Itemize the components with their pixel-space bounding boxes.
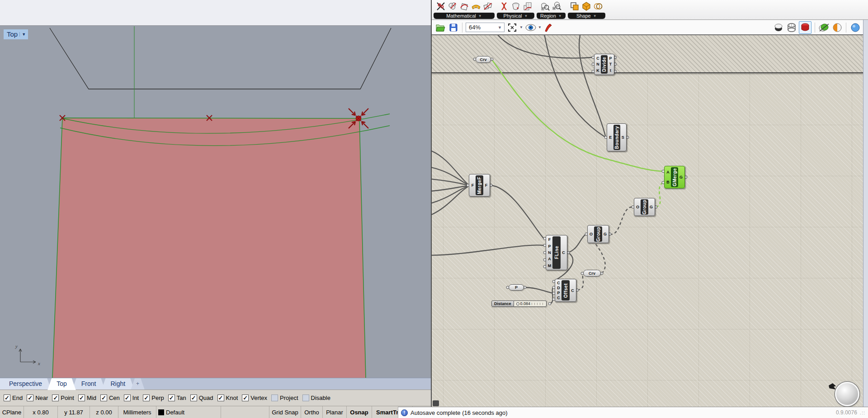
checkbox-checked[interactable]: ✓ — [124, 395, 131, 401]
open-file-icon[interactable] — [434, 22, 446, 33]
port-nubs[interactable] — [467, 56, 687, 305]
gh-param-crv2[interactable]: Crv — [583, 270, 601, 277]
gh-node-gmerge[interactable]: A B GMerge G — [664, 166, 685, 188]
chevron-down-icon[interactable]: ▼ — [538, 25, 542, 29]
group-shape-bar[interactable]: Shape▼ — [568, 13, 605, 19]
slider-knob[interactable] — [516, 302, 519, 305]
preview-off-icon[interactable] — [773, 22, 784, 33]
port-label[interactable]: S — [622, 135, 624, 140]
saddle-surface-icon[interactable] — [470, 0, 481, 12]
group-mathematical-bar[interactable]: Mathematical▼ — [434, 13, 495, 19]
osnap-mid[interactable]: ✓Mid — [78, 395, 96, 401]
node-label[interactable]: Group — [594, 226, 602, 242]
selected-wire-green-dashed[interactable] — [656, 183, 662, 207]
preview-eye-icon[interactable] — [525, 22, 536, 33]
canvas-navigation-ball[interactable] — [835, 382, 859, 406]
checkbox-checked[interactable]: ✓ — [100, 395, 107, 401]
viewport-title-menu[interactable]: Top ▼ — [4, 29, 28, 39]
gh-canvas[interactable]: Crv P Crv C N K Divide P T t E Boundary — [432, 35, 868, 407]
osnap-end[interactable]: ✓End — [4, 395, 23, 401]
status-layer[interactable]: Default — [156, 406, 221, 418]
port-label[interactable]: G — [679, 175, 683, 179]
port-label[interactable]: N — [596, 62, 599, 66]
tab-right[interactable]: Right — [101, 378, 134, 390]
dashed-wires[interactable] — [577, 207, 632, 290]
checkbox-checked[interactable]: ✓ — [217, 395, 224, 401]
gh-node-offset[interactable]: C D P C Offset C — [555, 279, 576, 302]
node-label[interactable]: FLine — [552, 236, 561, 269]
gh-node-group-upper[interactable]: O Group G — [634, 198, 655, 216]
status-units[interactable]: Millimeters — [118, 406, 156, 418]
paint-bucket-icon[interactable] — [510, 0, 521, 12]
gh-node-divide[interactable]: C N K Divide P T t — [594, 54, 614, 75]
overlap-squares-icon[interactable] — [569, 0, 580, 12]
checkbox-checked[interactable]: ✓ — [168, 395, 175, 401]
gh-node-boundary[interactable]: E Boundary S — [607, 123, 627, 151]
node-label[interactable]: Boundary — [613, 125, 620, 150]
plane-curve-icon[interactable] — [458, 0, 470, 12]
save-icon[interactable] — [448, 22, 459, 33]
node-label[interactable]: Divide — [601, 55, 608, 74]
checkbox-checked[interactable]: ✓ — [143, 395, 150, 401]
osnap-perp[interactable]: ✓Perp — [143, 395, 164, 401]
port-label[interactable]: M — [548, 263, 552, 268]
port-label[interactable]: D — [557, 286, 560, 290]
group-region-bar[interactable]: Region▼ — [537, 13, 566, 19]
port-label[interactable]: N — [548, 250, 551, 255]
checkbox-checked[interactable]: ✓ — [190, 395, 197, 401]
ribbon-cross-icon[interactable] — [498, 0, 509, 12]
status-gridsnap[interactable]: Grid Snap — [269, 406, 301, 418]
osnap-project[interactable]: Project — [271, 395, 298, 401]
osnap-disable[interactable]: Disable — [302, 395, 330, 401]
preview-half-icon[interactable] — [831, 22, 843, 33]
port-label[interactable]: T — [609, 62, 612, 66]
checkbox-checked[interactable]: ✓ — [52, 395, 59, 401]
port-label[interactable]: C — [571, 288, 574, 293]
osnap-point[interactable]: ✓Point — [52, 395, 74, 401]
status-ortho[interactable]: Ortho — [301, 406, 323, 418]
resize-grip[interactable]: .:: — [860, 410, 865, 415]
preview-selected-only-icon[interactable] — [818, 22, 830, 33]
group-physical-bar[interactable]: Physical▼ — [497, 13, 534, 19]
zoom-extents-icon[interactable] — [506, 22, 518, 33]
port-label[interactable]: B — [666, 180, 670, 184]
port-label[interactable]: O — [590, 232, 593, 236]
port-label[interactable]: F — [548, 237, 551, 242]
port-label[interactable]: P — [548, 244, 551, 249]
overlap-circles-icon[interactable] — [593, 0, 604, 12]
selected-wire-green[interactable] — [492, 60, 662, 171]
port-label[interactable]: E — [609, 135, 612, 140]
gh-slider-distance[interactable]: Distance 0.084 — [491, 301, 547, 307]
trapezoid-outline-curve[interactable] — [50, 28, 391, 89]
status-planar[interactable]: Planar — [323, 406, 347, 418]
gh-param-p[interactable]: P — [509, 284, 524, 291]
checkbox-checked[interactable]: ✓ — [27, 395, 33, 401]
dark-wires[interactable] — [432, 35, 605, 304]
slider-label[interactable]: Distance — [491, 301, 514, 307]
port-label[interactable]: P — [609, 56, 612, 61]
port-label[interactable]: O — [636, 205, 639, 209]
slider-track[interactable]: 0.084 — [514, 301, 547, 307]
preview-wireframe-icon[interactable] — [786, 22, 797, 33]
tab-add-button[interactable]: + — [131, 378, 145, 390]
node-label[interactable]: GMerge — [671, 167, 678, 187]
checkbox-checked[interactable]: ✓ — [242, 395, 249, 401]
region-magnifier2-icon[interactable] — [551, 0, 562, 12]
selected-surface[interactable] — [52, 118, 366, 378]
preview-shaded-icon-selected[interactable] — [799, 21, 811, 34]
port-label[interactable]: P — [557, 291, 560, 295]
top-viewport[interactable]: y x Top ▼ — [0, 26, 431, 378]
checkbox-unchecked[interactable] — [302, 395, 309, 401]
osnap-quad[interactable]: ✓Quad — [190, 395, 213, 401]
port-label[interactable]: C — [596, 56, 599, 61]
node-label[interactable]: MergeF — [476, 175, 483, 195]
sketch-pen-icon[interactable] — [543, 22, 555, 33]
port-label[interactable]: G — [650, 205, 653, 209]
port-label[interactable]: C — [562, 250, 565, 255]
gh-node-fline[interactable]: F P N A M FLine C — [546, 235, 567, 270]
checkbox-checked[interactable]: ✓ — [78, 395, 85, 401]
command-area[interactable] — [0, 0, 431, 26]
gh-node-mergef[interactable]: F MergeF F — [469, 174, 490, 197]
port-label[interactable]: C — [557, 296, 560, 300]
tab-top[interactable]: Top — [47, 378, 76, 390]
